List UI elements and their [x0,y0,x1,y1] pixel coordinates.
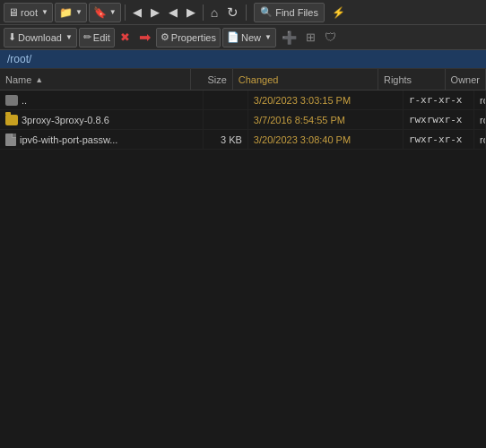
table-row[interactable]: 3proxy-3proxy-0.8.6 3/7/2016 8:54:55 PM … [0,110,486,130]
chevron-down-icon: ▼ [75,8,82,16]
drive-icon: 🖥 [8,6,19,19]
file-owner-cell: root [474,110,486,129]
download-button[interactable]: ⬇ Download ▼ [4,28,77,47]
file-rights-cell: r-xr-xr-x [404,90,474,109]
table-row[interactable]: ipv6-with-port-passw... 3 KB 3/20/2023 3… [0,130,486,150]
file-changed-cell: 3/7/2016 8:54:55 PM [248,110,404,129]
new-icon: 📄 [227,31,239,43]
file-size-cell [204,90,248,109]
edit-button[interactable]: ✏ Edit [79,28,115,47]
folder-icon [5,115,18,125]
edit-label: Edit [93,32,110,43]
new-label: New [241,32,261,43]
col-header-size[interactable]: Size [191,69,233,90]
refresh-button[interactable]: ↻ [223,3,242,22]
chevron-down-icon: ▼ [109,8,117,16]
extra-icon: ⚡ [332,6,345,19]
nav-back2-button[interactable]: ◀ [165,3,181,22]
find-files-button[interactable]: 🔍 Find Files [254,3,325,22]
folder-icon: 📁 [59,6,73,19]
extra2-button[interactable]: ⊞ [302,28,319,47]
folder-open-button[interactable]: 📁 ▼ [55,3,87,22]
shield-icon: 🛡 [325,30,336,44]
file-changed-cell: 3/20/2023 3:08:40 PM [248,130,404,149]
main-window: 🖥 root ▼ 📁 ▼ 🔖 ▼ ◀ ▶ ◀ ▶ ⌂ [0,0,486,448]
download-icon: ⬇ [8,31,16,43]
home-icon: ⌂ [211,5,218,20]
shield-button[interactable]: 🛡 [321,28,340,47]
drive-selector[interactable]: 🖥 root ▼ [4,3,53,22]
separator [125,4,126,21]
action-toolbar: ⬇ Download ▼ ✏ Edit ✖ ➡ ⚙ Properties 📄 N… [0,25,486,50]
separator2 [203,4,204,21]
extra-button[interactable]: ⚡ [328,3,349,22]
download-label: Download [18,32,62,43]
new-button[interactable]: 📄 New ▼ [222,28,276,47]
file-list: .. 3/20/2023 3:03:15 PM r-xr-xr-x root 3… [0,90,486,448]
upfolder-icon [5,95,18,106]
arrow-right2-icon: ▶ [187,5,195,19]
arrow-right-icon: ▶ [151,5,160,19]
separator3 [246,4,247,21]
table-row[interactable]: .. 3/20/2023 3:03:15 PM r-xr-xr-x root [0,90,486,110]
cut-button[interactable]: ✖ [117,28,134,47]
file-owner-cell: root [474,90,486,109]
properties-icon: ⚙ [161,31,169,43]
properties-button[interactable]: ⚙ Properties [156,28,221,47]
nav-toolbar: 🖥 root ▼ 📁 ▼ 🔖 ▼ ◀ ▶ ◀ ▶ ⌂ [0,0,486,25]
file-owner-cell: root [474,130,486,149]
extra2-icon: ⊞ [306,30,316,44]
col-header-name[interactable]: Name ▲ [0,69,191,90]
col-header-changed[interactable]: Changed [233,69,378,90]
sort-arrow-icon: ▲ [35,75,43,84]
arrow-left-icon: ◀ [133,5,142,19]
file-rights-cell: rwxrwxr-x [404,110,474,129]
plus-icon: ➕ [282,30,297,45]
refresh-icon: ↻ [227,4,239,21]
file-name-cell: 3proxy-3proxy-0.8.6 [0,110,204,129]
file-changed-cell: 3/20/2023 3:03:15 PM [248,90,404,109]
chevron-down-icon: ▼ [265,33,272,41]
edit-icon: ✏ [83,31,91,43]
arrow-left2-icon: ◀ [169,5,178,19]
breadcrumb-path: /root/ [7,53,31,65]
file-size-cell: 3 KB [204,130,248,149]
bookmark-icon: 🔖 [93,6,107,19]
drive-label: root [21,7,38,18]
nav-forward2-button[interactable]: ▶ [183,3,199,22]
find-files-label: Find Files [275,7,318,18]
file-name-cell: ipv6-with-port-passw... [0,130,204,149]
cut-icon: ✖ [120,30,130,44]
home-button[interactable]: ⌂ [207,3,221,22]
bookmark-button[interactable]: 🔖 ▼ [89,3,121,22]
content-area: Name ▲ Size Changed Rights Owner [0,69,486,448]
chevron-down-icon: ▼ [41,8,48,16]
file-rights-cell: rwxr-xr-x [404,130,474,149]
arrow-right-red-icon: ➡ [139,29,151,46]
col-header-rights[interactable]: Rights [378,69,446,90]
column-headers: Name ▲ Size Changed Rights Owner [0,69,486,90]
copy-indicator: ➡ [135,28,154,47]
nav-back-button[interactable]: ◀ [129,3,145,22]
plus-button[interactable]: ➕ [278,28,300,47]
search-icon: 🔍 [260,6,273,18]
file-name-cell: .. [0,90,204,109]
properties-label: Properties [171,32,216,43]
nav-forward-button[interactable]: ▶ [147,3,163,22]
breadcrumb: /root/ [0,50,486,69]
chevron-down-icon: ▼ [65,33,73,41]
file-icon [5,134,16,146]
col-header-owner[interactable]: Owner [446,69,486,90]
file-size-cell [204,110,248,129]
